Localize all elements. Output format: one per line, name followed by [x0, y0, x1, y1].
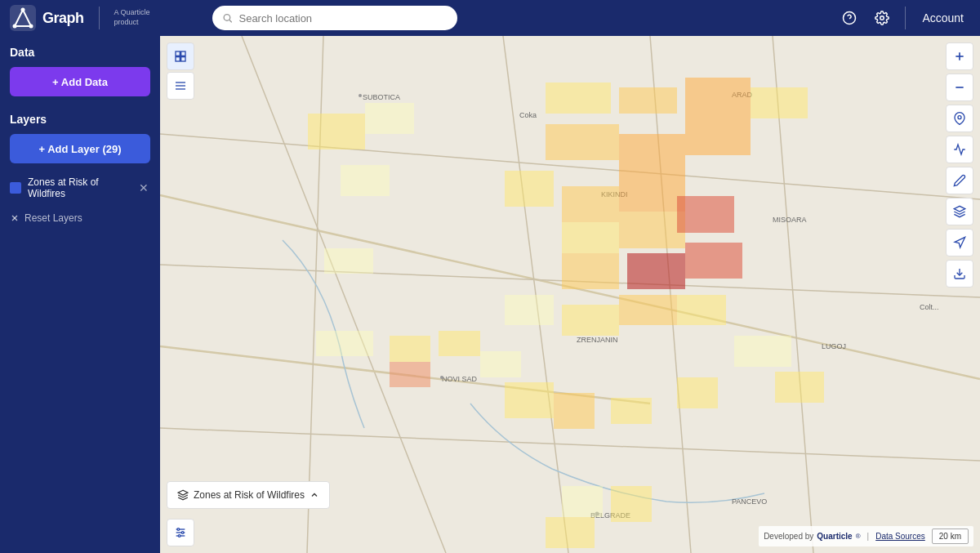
svg-point-9: [880, 16, 884, 20]
svg-rect-13: [160, 36, 980, 553]
svg-rect-42: [176, 51, 180, 56]
search-icon: [222, 12, 233, 24]
svg-point-25: [359, 94, 362, 97]
svg-rect-45: [181, 57, 185, 61]
layer-color-swatch: [10, 182, 21, 194]
svg-point-62: [178, 535, 180, 537]
chevron-up-icon: [310, 490, 319, 500]
svg-point-61: [181, 532, 184, 534]
logo-area: Graph A Quarticle product: [10, 5, 150, 31]
help-button[interactable]: [836, 5, 862, 31]
map-background: SUBOTICA ARAD KIKINDI MISOARA NOVI SAD Z…: [160, 36, 980, 553]
svg-text:LUGOJ: LUGOJ: [822, 342, 846, 350]
line-chart-icon: [953, 143, 966, 156]
export-icon: [953, 267, 966, 280]
export-button[interactable]: [946, 260, 973, 288]
map-type-grid-button[interactable]: [167, 42, 194, 70]
svg-text:ARAD: ARAD: [732, 91, 753, 99]
zoom-out-button[interactable]: [946, 74, 973, 101]
header: Graph A Quarticle product Account: [0, 0, 980, 36]
svg-point-52: [958, 116, 961, 119]
svg-point-36: [595, 512, 599, 516]
layer-item: Zones at Risk of Wildfires ✕: [10, 173, 150, 203]
svg-text:NOVI SAD: NOVI SAD: [442, 375, 478, 383]
svg-point-2: [21, 8, 25, 12]
reset-layers-button[interactable]: Reset Layers: [10, 209, 82, 227]
pencil-icon: [953, 174, 966, 187]
legend-toggle-button[interactable]: Zones at Risk of Wildfires: [167, 481, 330, 509]
map-attribution: Developed by Quarticle ® | Data Sources …: [759, 526, 973, 546]
navigate-icon: [953, 236, 966, 249]
map-type-list-button[interactable]: [167, 72, 194, 100]
svg-text:ZRENJANIN: ZRENJANIN: [577, 336, 618, 344]
svg-marker-53: [954, 206, 964, 212]
svg-marker-56: [178, 490, 188, 495]
bottom-toolbar: Zones at Risk of Wildfires: [167, 481, 330, 509]
svg-text:MISOARA: MISOARA: [773, 216, 807, 224]
svg-point-5: [224, 15, 230, 21]
zoom-in-button[interactable]: [946, 42, 973, 70]
trademark-symbol: ®: [856, 533, 861, 540]
svg-text:KIKINDI: KIKINDI: [601, 190, 628, 198]
quarticle-product-label: A Quarticle product: [114, 8, 150, 27]
add-data-button[interactable]: + Add Data: [10, 67, 150, 96]
chart-view-button[interactable]: [946, 136, 973, 163]
layers-icon: [953, 205, 966, 218]
map-controls-toolbar: [946, 42, 973, 288]
add-layer-button[interactable]: + Add Layer (29): [10, 134, 150, 163]
layer-name: Zones at Risk of Wildfires: [28, 176, 131, 199]
layers-section: Layers + Add Layer (29) Zones at Risk of…: [10, 113, 150, 227]
navigate-button[interactable]: [946, 229, 973, 256]
my-location-button[interactable]: [946, 105, 973, 132]
scale-bar: 20 km: [932, 528, 969, 544]
app-title: Graph: [42, 10, 84, 27]
layers-control-button[interactable]: [946, 198, 973, 225]
attribution-separator: |: [867, 532, 870, 541]
svg-point-3: [29, 25, 33, 29]
data-section-title: Data: [10, 46, 150, 59]
svg-point-30: [440, 376, 443, 379]
settings-button[interactable]: [869, 5, 895, 31]
search-input[interactable]: [238, 12, 447, 25]
svg-line-6: [229, 20, 231, 22]
header-divider: [905, 7, 906, 29]
wildfire-icon: [177, 489, 189, 501]
filter-button[interactable]: [167, 519, 194, 546]
logo-divider: [99, 7, 100, 29]
layers-section-title: Layers: [10, 113, 150, 126]
svg-marker-54: [955, 237, 965, 248]
quarticle-brand: Quarticle: [817, 532, 852, 541]
plus-icon: [953, 50, 966, 63]
minus-icon: [953, 81, 966, 94]
header-icons: Account: [836, 5, 970, 31]
layer-close-button[interactable]: ✕: [137, 180, 150, 196]
list-icon: [174, 79, 187, 92]
svg-point-60: [177, 528, 180, 531]
legend-label: Zones at Risk of Wildfires: [194, 489, 305, 501]
location-pin-icon: [953, 112, 966, 125]
data-sources-link[interactable]: Data Sources: [875, 532, 925, 541]
filter-button-area: [167, 519, 194, 546]
svg-rect-44: [176, 57, 180, 61]
svg-rect-43: [181, 51, 185, 56]
search-bar[interactable]: [212, 6, 457, 30]
sidebar: Data + Add Data Layers + Add Layer (29) …: [0, 36, 160, 553]
reset-icon: [10, 213, 20, 223]
settings-icon: [875, 11, 889, 25]
svg-text:Colt...: Colt...: [920, 303, 939, 311]
filter-sliders-icon: [174, 526, 187, 539]
svg-text:SUBOTICA: SUBOTICA: [363, 93, 400, 101]
grid-icon: [174, 50, 187, 63]
help-icon: [842, 11, 857, 25]
map-area[interactable]: SUBOTICA ARAD KIKINDI MISOARA NOVI SAD Z…: [160, 36, 980, 553]
reset-layers-label: Reset Layers: [24, 212, 82, 224]
svg-point-4: [13, 25, 17, 29]
svg-text:PANCEVO: PANCEVO: [732, 497, 767, 506]
account-button[interactable]: Account: [915, 8, 970, 28]
map-type-toolbar: [167, 42, 194, 100]
svg-text:Coka: Coka: [519, 111, 537, 119]
draw-button[interactable]: [946, 167, 973, 194]
graph-logo-icon: [10, 5, 36, 31]
attribution-text: Developed by: [764, 532, 813, 541]
